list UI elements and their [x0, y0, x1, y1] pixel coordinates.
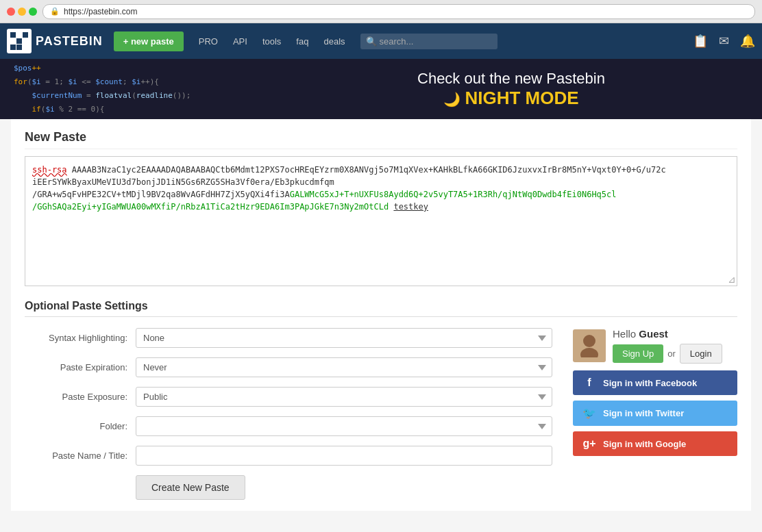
testkey-text: testkey — [393, 202, 428, 212]
close-btn[interactable] — [7, 8, 15, 16]
banner-code: $pos++ for($i = 1; $i <= $count; $i++){ … — [0, 59, 260, 119]
mail-icon[interactable]: ✉ — [719, 34, 729, 49]
paste-name-label: Paste Name / Title: — [25, 451, 127, 461]
banner-subheadline: 🌙 NIGHT MODE — [260, 88, 762, 109]
search-area: 🔍 — [360, 34, 497, 49]
clipboard-icon[interactable]: 📋 — [693, 34, 708, 49]
browser-url-bar[interactable]: 🔒 https://pastebin.com — [42, 4, 755, 19]
banner-night-mode: NIGHT MODE — [465, 88, 579, 108]
minimize-btn[interactable] — [18, 8, 26, 16]
avatar — [573, 329, 606, 362]
facebook-btn-label: Sign in with Facebook — [603, 378, 697, 388]
bell-icon[interactable]: 🔔 — [740, 34, 755, 49]
exposure-label: Paste Exposure: — [25, 392, 127, 402]
expiration-label: Paste Expiration: — [25, 362, 127, 372]
nav-links: PRO API tools faq deals — [192, 32, 352, 51]
resize-handle: ⊿ — [728, 274, 736, 285]
search-input[interactable] — [380, 36, 492, 47]
settings-left: Syntax Highlighting: None ABAP ActionScr… — [25, 328, 552, 500]
main-content: New Paste ssh-rsa AAAAB3NzaC1yc2EAAAADAQ… — [11, 119, 751, 511]
settings-section: Optional Paste Settings Syntax Highlight… — [25, 300, 737, 500]
paste-editor[interactable]: ssh-rsa AAAAB3NzaC1yc2EAAAADAQABAABAQCtb… — [25, 156, 737, 286]
expiration-select[interactable]: Never 10 Minutes 1 Hour 1 Day — [136, 357, 552, 377]
search-icon: 🔍 — [366, 36, 377, 47]
browser-controls — [7, 8, 37, 16]
create-paste-button[interactable]: Create New Paste — [136, 475, 245, 500]
avatar-icon — [579, 334, 600, 357]
hello-row: Hello Guest Sign Up or Login — [573, 328, 737, 364]
paste-name-input[interactable] — [136, 446, 552, 466]
facebook-icon: f — [582, 377, 596, 389]
signup-button[interactable]: Sign Up — [613, 344, 663, 363]
nav-api[interactable]: API — [226, 32, 254, 51]
settings-layout: Syntax Highlighting: None ABAP ActionScr… — [25, 328, 737, 500]
twitter-icon: 🐦 — [582, 407, 596, 420]
guest-name: Guest — [639, 328, 668, 340]
logo-grid — [10, 32, 28, 50]
banner-headline: Check out the new Pastebin — [260, 70, 762, 88]
hello-word: Hello — [613, 328, 636, 340]
syntax-select[interactable]: None ABAP ActionScript — [136, 328, 552, 348]
nav-tools[interactable]: tools — [256, 32, 288, 51]
hello-text-area: Hello Guest Sign Up or Login — [613, 328, 722, 364]
nav-deals[interactable]: deals — [317, 32, 352, 51]
folder-row: Folder: — [25, 416, 552, 436]
facebook-signin-button[interactable]: f Sign in with Facebook — [573, 370, 737, 395]
new-paste-title: New Paste — [25, 130, 737, 149]
auth-buttons: Sign Up or Login — [613, 344, 722, 364]
logo-area: PASTEBIN — [7, 29, 103, 53]
hello-label: Hello Guest — [613, 328, 668, 340]
ssh-keyword: ssh-rsa — [32, 165, 67, 175]
banner-text: Check out the new Pastebin 🌙 NIGHT MODE — [260, 70, 762, 109]
syntax-row: Syntax Highlighting: None ABAP ActionScr… — [25, 328, 552, 348]
nav-pro[interactable]: PRO — [192, 32, 225, 51]
new-paste-button[interactable]: + new paste — [114, 31, 184, 51]
folder-label: Folder: — [25, 421, 127, 431]
url-text: https://pastebin.com — [64, 7, 137, 16]
nav-icons: 📋 ✉ 🔔 — [693, 34, 755, 49]
create-btn-row: Create New Paste — [25, 475, 552, 500]
or-text: or — [667, 349, 676, 359]
google-icon: g+ — [582, 438, 596, 450]
folder-select[interactable] — [136, 416, 552, 436]
nav-faq[interactable]: faq — [289, 32, 315, 51]
exposure-row: Paste Exposure: Public Unlisted Private — [25, 387, 552, 407]
paste-name-row: Paste Name / Title: — [25, 446, 552, 466]
syntax-label: Syntax Highlighting: — [25, 333, 127, 343]
svg-point-0 — [583, 335, 595, 347]
exposure-select[interactable]: Public Unlisted Private — [136, 387, 552, 407]
login-button[interactable]: Login — [680, 344, 722, 364]
expiration-row: Paste Expiration: Never 10 Minutes 1 Hou… — [25, 357, 552, 377]
browser-bar: 🔒 https://pastebin.com — [0, 0, 762, 23]
maximize-btn[interactable] — [29, 8, 37, 16]
logo-box — [7, 29, 32, 53]
svg-point-1 — [580, 348, 598, 357]
logo-text: PASTEBIN — [36, 34, 103, 49]
settings-title: Optional Paste Settings — [25, 300, 737, 317]
google-signin-button[interactable]: g+ Sign in with Google — [573, 431, 737, 456]
moon-icon: 🌙 — [443, 92, 460, 107]
google-btn-label: Sign in with Google — [603, 439, 686, 449]
auth-box: Hello Guest Sign Up or Login f Sign in w… — [573, 328, 737, 456]
lock-icon: 🔒 — [50, 7, 60, 16]
editor-wrapper: ssh-rsa AAAAB3NzaC1yc2EAAAADAQABAABAQCtb… — [25, 156, 737, 286]
twitter-btn-label: Sign in with Twitter — [603, 408, 684, 418]
navbar: PASTEBIN + new paste PRO API tools faq d… — [0, 23, 762, 59]
twitter-signin-button[interactable]: 🐦 Sign in with Twitter — [573, 401, 737, 426]
night-mode-banner[interactable]: $pos++ for($i = 1; $i <= $count; $i++){ … — [0, 59, 762, 119]
